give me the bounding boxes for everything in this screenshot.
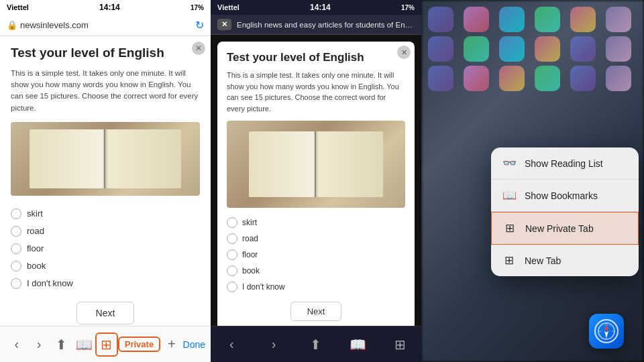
address-bar-panel1[interactable]: 🔒 newsinlevels.com ↻: [0, 15, 211, 36]
radio-book2[interactable]: [227, 265, 237, 276]
safari-icon[interactable]: [589, 314, 624, 349]
time-label: 14:14: [99, 3, 120, 12]
tabs-button[interactable]: ⊞: [95, 333, 118, 357]
panel1-content: ✕ Test your level of English This is a s…: [0, 36, 211, 326]
share-button2[interactable]: ⬆: [304, 333, 328, 357]
app-icon: [464, 36, 489, 62]
show-reading-list-label: Show Reading List: [525, 158, 603, 169]
safari-icon-container: [589, 314, 624, 349]
share-button[interactable]: ⬆: [50, 333, 72, 357]
list-item[interactable]: book: [227, 263, 405, 279]
bookmarks-button[interactable]: 📖: [72, 333, 95, 357]
list-item[interactable]: skirt: [227, 215, 405, 231]
close-tab-button[interactable]: ✕: [217, 19, 231, 30]
app-icon: [535, 36, 560, 62]
list-item[interactable]: road: [11, 223, 200, 240]
app-icon: [499, 66, 525, 91]
forward-button[interactable]: ›: [28, 333, 50, 357]
book-image-panel2: [227, 121, 405, 208]
list-item[interactable]: I don't know: [11, 275, 200, 292]
quiz-description-panel1: This is a simple test. It takes only one…: [11, 68, 200, 114]
panel-context-menu: 👓 Show Reading List 📖 Show Bookmarks ⊞ N…: [421, 0, 644, 362]
app-icon: [499, 7, 525, 32]
reload-button[interactable]: ↻: [195, 19, 204, 32]
tabs-button2[interactable]: ⊞: [388, 333, 413, 357]
forward-button2[interactable]: ›: [262, 333, 286, 357]
list-item[interactable]: I don't know: [227, 279, 405, 295]
book-inner-panel2: [249, 131, 383, 197]
list-item[interactable]: skirt: [11, 205, 200, 223]
show-bookmarks-item[interactable]: 📖 Show Bookmarks: [491, 180, 639, 212]
back-button[interactable]: ‹: [5, 333, 28, 357]
address-bar-panel2[interactable]: ✕ English news and easy articles for stu…: [211, 15, 421, 35]
app-icon: [606, 7, 631, 32]
lock-icon: 🔒: [7, 20, 17, 30]
url-display[interactable]: 🔒 newsinlevels.com: [7, 20, 89, 30]
app-icon: [570, 36, 596, 62]
close-overlay-button[interactable]: ✕: [192, 42, 205, 55]
context-menu: 👓 Show Reading List 📖 Show Bookmarks ⊞ N…: [491, 147, 639, 276]
next-button-panel1[interactable]: Next: [76, 302, 135, 324]
radio-skirt2[interactable]: [227, 217, 237, 228]
carrier-label: Viettel: [7, 3, 29, 11]
radio-floor[interactable]: [11, 243, 21, 254]
list-item[interactable]: book: [11, 257, 200, 275]
book-inner-panel1: [30, 129, 181, 188]
radio-road[interactable]: [11, 226, 21, 237]
radio-book[interactable]: [11, 261, 21, 272]
app-icon: [570, 7, 596, 32]
battery-label2: 17%: [401, 4, 415, 11]
book-image-panel1: [11, 122, 200, 196]
list-item[interactable]: floor: [227, 247, 405, 263]
quiz-modal-panel2: ✕ Test your level of English This is a s…: [217, 42, 415, 326]
radio-road2[interactable]: [227, 233, 237, 244]
next-button-panel2[interactable]: Next: [290, 302, 342, 321]
quiz-title-panel1: Test your level of English: [11, 46, 200, 61]
new-tab-item[interactable]: ⊞ New Tab: [491, 245, 639, 276]
bottom-bar-panel2: ‹ › ⬆ 📖 ⊞: [211, 326, 421, 362]
app-icon: [464, 7, 489, 32]
quiz-options-panel2: skirt road floor book I don't know: [227, 215, 405, 295]
add-tab-button[interactable]: +: [160, 333, 182, 357]
radio-dont-know2[interactable]: [227, 282, 237, 292]
radio-dont-know[interactable]: [11, 278, 21, 289]
app-icon: [428, 66, 453, 91]
private-badge: Private: [118, 337, 160, 352]
done-button[interactable]: Done: [183, 333, 205, 357]
app-icon: [464, 66, 489, 91]
carrier-label2: Viettel: [217, 3, 239, 11]
radio-floor2[interactable]: [227, 249, 237, 260]
panel-normal-browser: Viettel 14:14 17% 🔒 newsinlevels.com ↻ ✕…: [0, 0, 211, 362]
app-icon: [570, 66, 596, 91]
panel-private-browser: Viettel 14:14 17% ✕ English news and eas…: [211, 0, 421, 362]
list-item[interactable]: road: [227, 231, 405, 247]
app-icons-grid: [428, 7, 637, 91]
app-icon: [606, 36, 631, 62]
new-private-tab-label: New Private Tab: [525, 223, 594, 234]
bookmarks-button2[interactable]: 📖: [346, 333, 370, 357]
quiz-title-panel2: Test your level of English: [227, 51, 405, 64]
show-reading-list-item[interactable]: 👓 Show Reading List: [491, 147, 639, 180]
close-modal-button[interactable]: ✕: [397, 46, 411, 59]
radio-skirt[interactable]: [11, 208, 21, 219]
app-icon: [499, 36, 525, 62]
new-tab-icon: ⊞: [502, 253, 517, 267]
bookmarks-icon: 📖: [502, 188, 517, 202]
url-text-panel2: English news and easy articles for stude…: [237, 21, 415, 29]
new-tab-label: New Tab: [525, 255, 561, 266]
list-item[interactable]: floor: [11, 240, 200, 257]
reading-list-icon: 👓: [502, 156, 517, 170]
status-bar-panel2: Viettel 14:14 17%: [211, 0, 421, 15]
app-icon: [606, 66, 631, 91]
new-private-tab-icon: ⊞: [502, 221, 517, 235]
app-icon: [535, 7, 560, 32]
new-private-tab-item[interactable]: ⊞ New Private Tab: [491, 212, 639, 245]
back-button2[interactable]: ‹: [219, 333, 244, 357]
quiz-description-panel2: This is a simple test. It takes only one…: [227, 70, 405, 114]
show-bookmarks-label: Show Bookmarks: [525, 190, 598, 201]
battery-label: 17%: [191, 4, 204, 11]
compass-icon: [594, 319, 619, 343]
app-icon: [535, 66, 560, 91]
compass-svg: [597, 322, 616, 341]
status-bar-panel1: Viettel 14:14 17%: [0, 0, 211, 15]
